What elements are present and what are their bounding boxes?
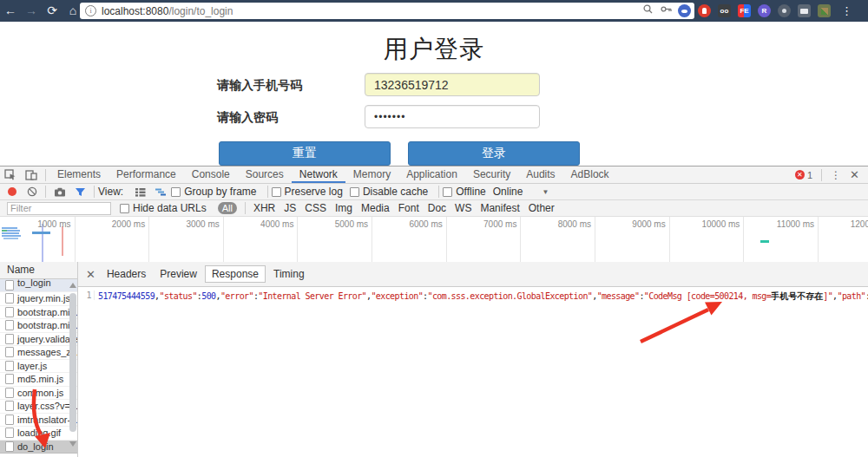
- response-segment: "CodeMsg [code=500214, msg=: [644, 291, 771, 301]
- url-text[interactable]: localhost:8080/login/to_login: [102, 5, 635, 17]
- error-count: 1: [807, 170, 812, 180]
- overview-mini-bar: [7, 230, 20, 232]
- devtools-tab-application[interactable]: Application: [398, 166, 465, 183]
- url-path: /login/to_login: [168, 5, 233, 17]
- devtools-tab-audits[interactable]: Audits: [518, 166, 562, 183]
- devtools-tab-security[interactable]: Security: [465, 166, 518, 183]
- login-button[interactable]: 登录: [408, 141, 580, 166]
- filter-funnel-icon[interactable]: [75, 187, 86, 197]
- offline-label: Offline: [456, 186, 485, 198]
- filter-type-all[interactable]: All: [218, 202, 237, 214]
- filter-type-font[interactable]: Font: [398, 202, 419, 214]
- extension-bulb-icon[interactable]: [778, 4, 791, 17]
- detail-tab-timing[interactable]: Timing: [267, 266, 311, 282]
- extension-sprite-icon[interactable]: [818, 4, 831, 17]
- file-icon: [5, 415, 14, 425]
- preserve-log-checkbox[interactable]: [272, 187, 281, 197]
- chevron-down-icon[interactable]: ▼: [542, 188, 549, 196]
- request-label: loading.gif: [17, 428, 61, 438]
- devtools-tab-network[interactable]: Network: [292, 166, 345, 183]
- filter-type-xhr[interactable]: XHR: [253, 202, 275, 214]
- screenshot-camera-icon[interactable]: [54, 187, 66, 197]
- request-row-md5.min.js[interactable]: md5.min.js: [0, 373, 77, 387]
- devtools-close-icon[interactable]: ✕: [846, 168, 863, 181]
- devtools-tab-elements[interactable]: Elements: [49, 166, 108, 183]
- request-row-layer.js[interactable]: layer.js: [0, 360, 77, 374]
- filter-type-css[interactable]: CSS: [305, 202, 326, 214]
- request-row-bootstrap.min.cs[interactable]: bootstrap.min.cs: [0, 306, 77, 320]
- devtools-tab-console[interactable]: Console: [184, 166, 238, 183]
- file-icon: [5, 401, 14, 411]
- extension-r-icon[interactable]: R: [758, 4, 771, 17]
- inspect-element-icon[interactable]: [4, 169, 16, 180]
- clear-icon[interactable]: [27, 186, 37, 197]
- request-row-common.js[interactable]: common.js: [0, 387, 77, 401]
- request-row-jquery.min.js[interactable]: jquery.min.js: [0, 292, 77, 306]
- devtools-tab-sources[interactable]: Sources: [238, 166, 292, 183]
- request-row-layer.css?v=3.0.3[interactable]: layer.css?v=3.0.3: [0, 400, 77, 414]
- extension-oo-icon[interactable]: oo: [718, 4, 731, 17]
- scrollbar-down-icon[interactable]: [69, 441, 76, 447]
- extension-window-icon[interactable]: [798, 4, 811, 17]
- filter-type-doc[interactable]: Doc: [428, 202, 446, 214]
- filter-type-img[interactable]: Img: [335, 202, 352, 214]
- request-list-header[interactable]: Name: [0, 262, 77, 279]
- detail-tab-preview[interactable]: Preview: [154, 266, 203, 282]
- phone-label: 请输入手机号码: [217, 78, 302, 94]
- throttling-select[interactable]: Online: [493, 186, 523, 198]
- detail-tab-response[interactable]: Response: [205, 265, 266, 283]
- extension-adblock-icon[interactable]: [698, 4, 711, 17]
- forward-icon[interactable]: →: [21, 0, 42, 22]
- request-row-bootstrap.min.js[interactable]: bootstrap.min.js: [0, 319, 77, 333]
- page-info-icon[interactable]: i: [85, 5, 96, 16]
- group-by-frame-checkbox[interactable]: [171, 187, 181, 197]
- hide-data-urls-checkbox[interactable]: [120, 204, 129, 213]
- view-list-icon[interactable]: [135, 187, 146, 197]
- filter-type-other[interactable]: Other: [529, 202, 555, 214]
- scrollbar-thumb[interactable]: [69, 293, 76, 432]
- filter-input[interactable]: [7, 202, 111, 215]
- key-icon[interactable]: [661, 3, 672, 19]
- search-icon[interactable]: [643, 3, 653, 19]
- record-icon[interactable]: [8, 187, 16, 196]
- extension-eye-icon[interactable]: [678, 4, 691, 17]
- response-segment: "status": [159, 291, 196, 301]
- device-toolbar-icon[interactable]: [25, 169, 37, 180]
- devtools-tab-memory[interactable]: Memory: [345, 166, 398, 183]
- load-event-marker: [62, 226, 63, 256]
- detail-close-icon[interactable]: ✕: [82, 268, 100, 281]
- extension-fe-icon[interactable]: FE: [738, 4, 751, 17]
- reload-icon[interactable]: ⟳: [42, 0, 62, 22]
- phone-input[interactable]: [365, 73, 540, 96]
- request-row-jquery.validate.m[interactable]: jquery.validate.m: [0, 333, 77, 347]
- reset-button[interactable]: 重置: [219, 141, 391, 166]
- devtools-menu-icon[interactable]: ⋮: [825, 169, 846, 181]
- timeline-label: 6000 ms: [409, 219, 442, 229]
- request-row-loading.gif[interactable]: loading.gif: [0, 427, 77, 441]
- request-row-do_login[interactable]: do_login: [0, 441, 77, 454]
- back-icon[interactable]: ←: [0, 0, 21, 22]
- browser-menu-icon[interactable]: ⋮: [841, 0, 852, 22]
- filter-type-manifest[interactable]: Manifest: [480, 202, 519, 214]
- password-input[interactable]: [365, 105, 540, 128]
- view-waterfall-icon[interactable]: [155, 187, 167, 197]
- devtools-tab-performance[interactable]: Performance: [108, 166, 184, 183]
- response-code: 517475444559,"status":500,"error":"Inter…: [95, 291, 868, 303]
- network-overview[interactable]: 1000 ms2000 ms3000 ms4000 ms5000 ms6000 …: [0, 217, 868, 263]
- divider: [267, 186, 268, 198]
- filter-type-ws[interactable]: WS: [455, 202, 471, 214]
- filter-type-js[interactable]: JS: [284, 202, 296, 214]
- extension-icons: oo FE R ⋮: [678, 0, 852, 22]
- request-row-imtranslator-s.pr[interactable]: imtranslator-s.pr: [0, 414, 77, 428]
- request-row-messages_zh.mi.[interactable]: messages_zh.mi.: [0, 346, 77, 360]
- request-row-to_login[interactable]: to_login: [0, 279, 77, 292]
- offline-checkbox[interactable]: [443, 187, 452, 197]
- address-bar[interactable]: i localhost:8080/login/to_login ☆: [80, 3, 694, 19]
- filter-type-media[interactable]: Media: [361, 202, 390, 214]
- error-badge-icon[interactable]: ✕: [795, 170, 805, 180]
- response-segment: "message": [597, 291, 640, 301]
- detail-tab-headers[interactable]: Headers: [101, 266, 152, 282]
- devtools-tab-adblock[interactable]: AdBlock: [563, 166, 617, 183]
- disable-cache-checkbox[interactable]: [350, 187, 359, 197]
- scrollbar-up-icon[interactable]: [69, 283, 76, 288]
